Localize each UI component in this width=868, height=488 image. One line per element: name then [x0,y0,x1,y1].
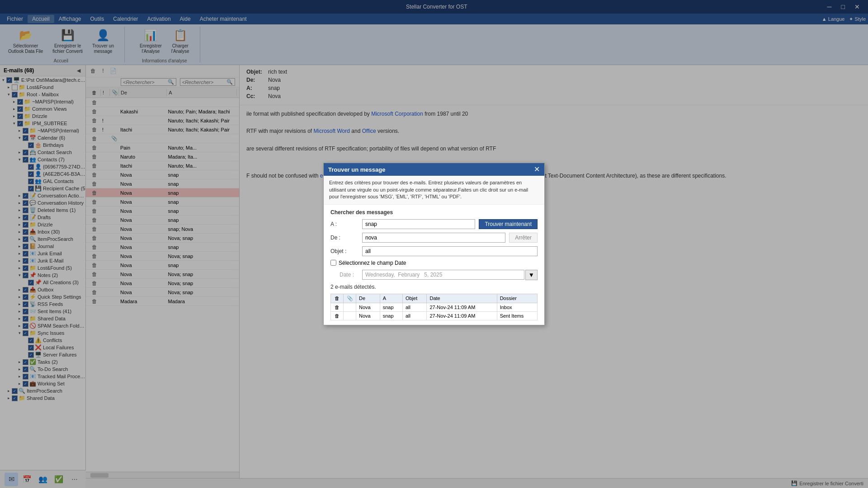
res-cell-a-1: snap [380,311,402,320]
res-cell-icon2-1 [344,311,356,320]
result-row-1[interactable]: 🗑 Nova snap all 27-Nov-24 11:09 AM Sent … [331,311,538,320]
modal-close-btn[interactable]: ✕ [534,166,540,173]
res-col-objet: Objet [402,294,427,303]
results-count: 2 e-mails détectés. [330,284,538,290]
modal-overlay: Trouver un message ✕ Entrez des critères… [0,0,868,488]
date-row: Date : ▼ [340,270,538,280]
res-col-date: Date [427,294,497,303]
find-now-btn[interactable]: Trouver maintenant [479,219,538,229]
res-cell-from-1: Nova [356,311,380,320]
date-checkbox[interactable] [330,260,336,266]
res-cell-folder-0: Inbox [497,303,537,311]
date-checkbox-label: Sélectionnez le champ Date [339,260,406,266]
results-header-row: 🗑 📎 De A Objet Date Dossier [331,294,538,303]
form-objet-input[interactable] [362,246,538,256]
form-row-de: De : Arrêter [330,233,538,243]
modal-description: Entrez des critères pour trouver des e-m… [324,176,544,204]
res-cell-from-0: Nova [356,303,380,311]
form-a-label: A : [330,221,362,227]
res-cell-date-0: 27-Nov-24 11:09 AM [427,303,497,311]
res-cell-a-0: snap [380,303,402,311]
modal-section-title: Chercher des messages [330,209,538,216]
res-cell-icon2-0 [344,303,356,311]
res-cell-date-1: 27-Nov-24 11:09 AM [427,311,497,320]
res-cell-icon1-1: 🗑 [331,311,344,320]
res-col-folder: Dossier [497,294,537,303]
results-area: 🗑 📎 De A Objet Date Dossier 🗑 Nova snap … [330,294,538,320]
find-message-modal: Trouver un message ✕ Entrez des critères… [323,163,545,325]
modal-header: Trouver un message ✕ [324,163,544,176]
form-de-label: De : [330,235,362,241]
results-table-head: 🗑 📎 De A Objet Date Dossier [331,294,538,303]
results-table: 🗑 📎 De A Objet Date Dossier 🗑 Nova snap … [330,294,538,320]
result-row-0[interactable]: 🗑 Nova snap all 27-Nov-24 11:09 AM Inbox [331,303,538,311]
results-table-body: 🗑 Nova snap all 27-Nov-24 11:09 AM Inbox… [331,303,538,320]
date-input[interactable] [362,270,524,280]
date-checkbox-row: Sélectionnez le champ Date [330,260,538,266]
stop-btn[interactable]: Arrêter [509,233,538,243]
form-row-objet: Objet : [330,246,538,256]
res-col-from: De [356,294,380,303]
modal-body: Chercher des messages A : Trouver mainte… [324,205,544,325]
form-row-a: A : Trouver maintenant [330,219,538,229]
date-picker-btn[interactable]: ▼ [525,270,538,280]
res-cell-objet-1: all [402,311,427,320]
res-col-icon2: 📎 [344,294,356,303]
res-cell-folder-1: Sent Items [497,311,537,320]
res-cell-icon1-0: 🗑 [331,303,344,311]
form-de-input[interactable] [362,233,505,243]
modal-title: Trouver un message [328,166,385,173]
res-cell-objet-0: all [402,303,427,311]
form-a-input[interactable] [362,219,475,229]
date-label: Date : [340,272,362,278]
res-col-a: A [380,294,402,303]
res-col-icon1: 🗑 [331,294,344,303]
form-objet-label: Objet : [330,248,362,254]
